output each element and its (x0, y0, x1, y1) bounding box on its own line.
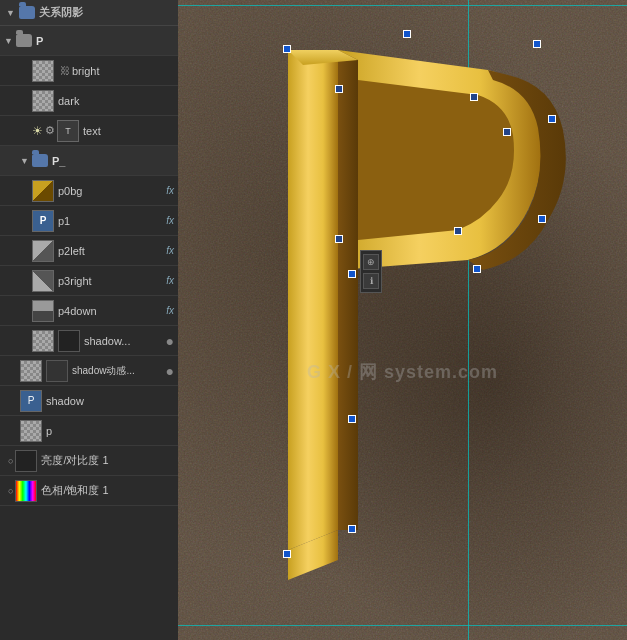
handle-mr (548, 115, 556, 123)
panel-header-label: 关系阴影 (39, 5, 83, 20)
canvas-area[interactable]: ⊕ ℹ G X / 网 system.com (178, 0, 627, 640)
handle-tm (403, 30, 411, 38)
layer-dark-label: dark (58, 95, 174, 107)
fx-p3right: fx (166, 275, 174, 286)
dot2-icon: ● (166, 363, 174, 379)
layer-brightness-thumb (15, 450, 37, 472)
layer-p1-label: p1 (58, 215, 162, 227)
folder-p-icon (16, 34, 32, 47)
layers-panel: ▼ 关系阴影 ▼ P ⛓ bright dark ☀ ⚙ T text ▼ (0, 0, 178, 640)
anchor-1 (335, 85, 343, 93)
anchor-4 (503, 128, 511, 136)
layer-p2left-label: p2left (58, 245, 162, 257)
layer-shadow1-thumb2 (58, 330, 80, 352)
layer-p0bg-label: p0bg (58, 185, 162, 197)
handle-tr (533, 40, 541, 48)
layer-bright-label: bright (72, 65, 174, 77)
layer-shadow3-thumb: P (20, 390, 42, 412)
dot-icon: ● (166, 333, 174, 349)
layer-shadow1-label: shadow... (84, 335, 164, 347)
handle-m2 (348, 270, 356, 278)
arrow-icon: ▼ (6, 8, 15, 18)
layer-row-bright[interactable]: ⛓ bright (0, 56, 178, 86)
p-letter-container (228, 20, 608, 600)
layer-row-p-subgroup[interactable]: ▼ P_ (0, 146, 178, 176)
layer-brightness-label: 亮度/对比度 1 (41, 453, 174, 468)
layer-text-label: text (83, 125, 174, 137)
layer-row-hue[interactable]: ○ 色相/饱和度 1 (0, 476, 178, 506)
mini-panel[interactable]: ⊕ ℹ (360, 250, 382, 293)
mini-btn-info[interactable]: ℹ (363, 273, 379, 289)
handle-bl2 (348, 525, 356, 533)
bright-adj-icon: ○ (8, 456, 13, 466)
handle-tl (283, 45, 291, 53)
layer-p-group-label: P (36, 35, 174, 47)
handle-mr2 (538, 215, 546, 223)
layer-row-psmall[interactable]: p (0, 416, 178, 446)
folder-p-sub-icon (32, 154, 48, 167)
layer-p4down-thumb (32, 300, 54, 322)
handle-m1 (473, 265, 481, 273)
layer-psmall-label: p (46, 425, 174, 437)
guide-horizontal-bottom (178, 625, 627, 626)
layer-bright-thumb (32, 60, 54, 82)
layer-row-text[interactable]: ☀ ⚙ T text (0, 116, 178, 146)
layer-shadow2-thumb (20, 360, 42, 382)
layer-p0bg-thumb (32, 180, 54, 202)
panel-header-row[interactable]: ▼ 关系阴影 (0, 0, 178, 26)
fx-p1: fx (166, 215, 174, 226)
folder-icon (19, 6, 35, 19)
layer-row-p3right[interactable]: p3right fx (0, 266, 178, 296)
handle-bl1 (348, 415, 356, 423)
layer-row-p2left[interactable]: p2left fx (0, 236, 178, 266)
layer-text-thumb: T (57, 120, 79, 142)
layer-p3right-label: p3right (58, 275, 162, 287)
anchor-3 (470, 93, 478, 101)
layer-p4down-label: p4down (58, 305, 162, 317)
layer-p2left-thumb (32, 240, 54, 262)
group-arrow-icon: ▼ (4, 36, 16, 46)
layer-row-shadow2[interactable]: shadow动感... ● (0, 356, 178, 386)
layer-row-p0bg[interactable]: p0bg fx (0, 176, 178, 206)
layer-dark-thumb (32, 90, 54, 112)
layer-row-dark[interactable]: dark (0, 86, 178, 116)
link-icon: ⛓ (60, 65, 70, 76)
layer-shadow2-label: shadow动感... (72, 364, 164, 378)
subgroup-arrow-icon: ▼ (20, 156, 32, 166)
guide-horizontal-top (178, 5, 627, 6)
anchor-2 (335, 235, 343, 243)
fx-p2left: fx (166, 245, 174, 256)
layer-psmall-thumb (20, 420, 42, 442)
layer-hue-label: 色相/饱和度 1 (41, 483, 174, 498)
layer-p1-thumb: P (32, 210, 54, 232)
fx-p0bg: fx (166, 185, 174, 196)
layer-shadow1-thumb (32, 330, 54, 352)
layer-row-p1[interactable]: P p1 fx (0, 206, 178, 236)
layer-row-shadow1[interactable]: shadow... ● (0, 326, 178, 356)
layer-p3right-thumb (32, 270, 54, 292)
settings-icon: ⚙ (45, 124, 55, 137)
layer-row-shadow3[interactable]: P shadow (0, 386, 178, 416)
anchor-5 (454, 227, 462, 235)
layer-hue-thumb (15, 480, 37, 502)
layer-shadow3-label: shadow (46, 395, 174, 407)
layer-p-subgroup-label: P_ (52, 155, 174, 167)
handle-b1 (283, 550, 291, 558)
hue-adj-icon: ○ (8, 486, 13, 496)
layer-row-brightness[interactable]: ○ 亮度/对比度 1 (0, 446, 178, 476)
layer-row-p-group[interactable]: ▼ P (0, 26, 178, 56)
fx-p4down: fx (166, 305, 174, 316)
sun-icon: ☀ (32, 124, 43, 138)
layer-shadow2-thumb2 (46, 360, 68, 382)
layer-row-p4down[interactable]: p4down fx (0, 296, 178, 326)
p-letter-svg (228, 20, 568, 580)
mini-btn-add[interactable]: ⊕ (363, 254, 379, 270)
